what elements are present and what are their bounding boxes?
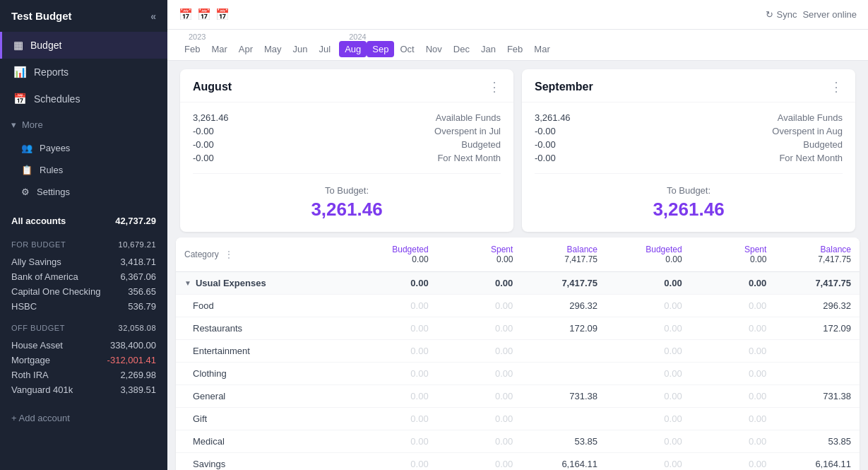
tab-dec-2024[interactable]: Dec [448, 41, 475, 57]
tab-jul-2023[interactable]: Jul [314, 41, 337, 57]
august-card-header: August ⋮ [180, 69, 513, 102]
august-menu-icon[interactable]: ⋮ [488, 79, 501, 95]
account-house-asset[interactable]: House Asset 338,400.00 [11, 338, 156, 353]
tab-apr-2023[interactable]: Apr [233, 41, 258, 57]
tab-feb-2024[interactable]: Feb [501, 41, 528, 57]
sidebar-item-rules[interactable]: 📋 Rules [0, 159, 167, 181]
table-row[interactable]: Entertainment 0.00 0.00 0.00 0.00 [176, 340, 860, 363]
row-sep-budgeted-5[interactable]: 0.00 [606, 408, 691, 430]
sidebar-item-payees[interactable]: 👥 Payees [0, 137, 167, 159]
sidebar-item-reports[interactable]: 📊 Reports [0, 59, 167, 86]
calendar-icon-1[interactable]: 📅 [179, 8, 193, 21]
row-aug-budgeted-2[interactable]: 0.00 [352, 340, 437, 362]
row-sep-budgeted-2[interactable]: 0.00 [606, 340, 691, 362]
row-aug-spent-3: 0.00 [437, 363, 522, 384]
chevron-down-usual[interactable]: ▼ [184, 279, 191, 287]
table-row[interactable]: Savings 0.00 0.00 6,164.11 0.00 0.00 6,1… [176, 453, 860, 470]
sidebar-item-settings[interactable]: ⚙ Settings [0, 181, 167, 203]
more-label: More [22, 119, 43, 130]
all-accounts-label: All accounts [11, 216, 66, 226]
table-row[interactable]: Medical 0.00 0.00 53.85 0.00 0.00 53.85 [176, 430, 860, 453]
row-category-2: Entertainment [176, 340, 352, 362]
sidebar-item-budget[interactable]: ▦ Budget [0, 32, 167, 59]
app-title[interactable]: Test Budget [11, 10, 72, 22]
top-bar: 📅 📅 📅 ↻ Sync Server online [167, 0, 868, 30]
calendar-icon-2[interactable]: 📅 [197, 8, 211, 21]
account-hsbc[interactable]: HSBC 536.79 [11, 299, 156, 314]
row-aug-budgeted-1[interactable]: 0.00 [352, 317, 437, 339]
tab-mar-2023[interactable]: Mar [206, 41, 232, 57]
row-aug-budgeted-3[interactable]: 0.00 [352, 363, 437, 384]
sidebar-item-schedules-label: Schedules [34, 93, 80, 105]
table-row[interactable]: Clothing 0.00 0.00 0.00 0.00 [176, 363, 860, 385]
table-row[interactable]: Gift 0.00 0.00 0.00 0.00 [176, 408, 860, 430]
main-content: 📅 📅 📅 ↻ Sync Server online 2023 Feb Mar … [167, 0, 868, 470]
tab-aug-2024[interactable]: Aug [339, 41, 367, 57]
row-sep-budgeted-1[interactable]: 0.00 [606, 317, 691, 339]
september-to-budget: To Budget: 3,261.46 [522, 174, 855, 232]
account-bank-of-america[interactable]: Bank of America 6,367.06 [11, 269, 156, 284]
usual-aug-budgeted: 0.00 [352, 272, 437, 294]
table-row[interactable]: General 0.00 0.00 731.38 0.00 0.00 731.3… [176, 385, 860, 408]
usual-sep-spent: 0.00 [691, 272, 775, 294]
august-stats: 3,261.46 Available Funds -0.00 Overspent… [180, 102, 513, 173]
august-overspent-label: Overspent in Jul [434, 126, 501, 136]
sync-button[interactable]: ↻ Sync [766, 9, 797, 20]
row-aug-budgeted-5[interactable]: 0.00 [352, 408, 437, 430]
row-aug-budgeted-4[interactable]: 0.00 [352, 385, 437, 407]
row-aug-budgeted-7[interactable]: 0.00 [352, 453, 437, 470]
add-account-button[interactable]: + Add account [0, 406, 167, 430]
row-aug-budgeted-0[interactable]: 0.00 [352, 295, 437, 317]
rules-icon: 📋 [21, 165, 32, 175]
tab-oct-2024[interactable]: Oct [394, 41, 420, 57]
row-category-4: General [176, 385, 352, 407]
account-capital-one[interactable]: Capital One Checking 356.65 [11, 284, 156, 299]
category-menu-icon[interactable]: ⋮ [225, 249, 233, 259]
row-sep-budgeted-4[interactable]: 0.00 [606, 385, 691, 407]
row-sep-balance-2 [775, 340, 860, 362]
all-accounts-value: 42,737.29 [115, 216, 156, 226]
tab-nov-2024[interactable]: Nov [420, 41, 448, 57]
september-menu-icon[interactable]: ⋮ [830, 79, 843, 95]
row-sep-budgeted-0[interactable]: 0.00 [606, 295, 691, 317]
calendar-icon-3[interactable]: 📅 [215, 8, 230, 21]
all-accounts-header[interactable]: All accounts 42,737.29 [11, 211, 156, 230]
tab-jun-2023[interactable]: Jun [287, 41, 314, 57]
section-usual-expenses: ▼ Usual Expenses 0.00 0.00 7,417.75 0.00… [176, 272, 860, 295]
table-header: Category ⋮ Budgeted 0.00 Spent 0.00 Bala… [176, 237, 860, 272]
sidebar-nav: ▦ Budget 📊 Reports 📅 Schedules ▾ More 👥 … [0, 32, 167, 203]
tab-mar-2024[interactable]: Mar [528, 41, 555, 57]
tab-feb-2023[interactable]: Feb [179, 41, 206, 57]
year-2024-months: Aug Sep Oct Nov Dec Jan Feb Mar [339, 41, 556, 57]
rules-label: Rules [40, 165, 63, 175]
row-sep-budgeted-3[interactable]: 0.00 [606, 363, 691, 384]
row-sep-budgeted-7[interactable]: 0.00 [606, 453, 691, 470]
account-mortgage[interactable]: Mortgage -312,001.41 [11, 353, 156, 368]
tab-jan-2024[interactable]: Jan [475, 41, 501, 57]
row-sep-balance-7: 6,164.11 [775, 453, 860, 470]
year-2023-months: Feb Mar Apr May Jun Jul [179, 41, 336, 57]
table-row[interactable]: Restaurants 0.00 0.00 172.09 0.00 0.00 1… [176, 317, 860, 340]
sidebar-item-schedules[interactable]: 📅 Schedules [0, 86, 167, 112]
tab-sep-2024[interactable]: Sep [367, 41, 394, 57]
account-vanguard-401k[interactable]: Vanguard 401k 3,389.51 [11, 382, 156, 397]
september-for-next-label: For Next Month [779, 153, 843, 163]
usual-aug-balance: 7,417.75 [521, 272, 606, 294]
september-budgeted-value: -0.00 [535, 139, 556, 150]
row-sep-spent-0: 0.00 [691, 295, 775, 317]
collapse-icon[interactable]: « [150, 11, 156, 22]
sidebar-more-toggle[interactable]: ▾ More [0, 112, 167, 137]
table-row[interactable]: Food 0.00 0.00 296.32 0.00 0.00 296.32 [176, 295, 860, 317]
tab-may-2023[interactable]: May [258, 41, 287, 57]
budget-icon: ▦ [13, 39, 23, 52]
row-aug-budgeted-6[interactable]: 0.00 [352, 430, 437, 452]
account-ally-savings[interactable]: Ally Savings 3,418.71 [11, 254, 156, 269]
row-category-6: Medical [176, 430, 352, 452]
row-sep-budgeted-6[interactable]: 0.00 [606, 430, 691, 452]
september-budgeted-label: Budgeted [803, 139, 843, 150]
year-2023-label: 2023 [179, 33, 336, 41]
account-roth-ira[interactable]: Roth IRA 2,269.98 [11, 368, 156, 382]
row-aug-spent-7: 0.00 [437, 453, 522, 470]
september-card: September ⋮ 3,261.46 Available Funds -0.… [522, 69, 855, 232]
august-budgeted-row: -0.00 Budgeted [193, 138, 501, 151]
